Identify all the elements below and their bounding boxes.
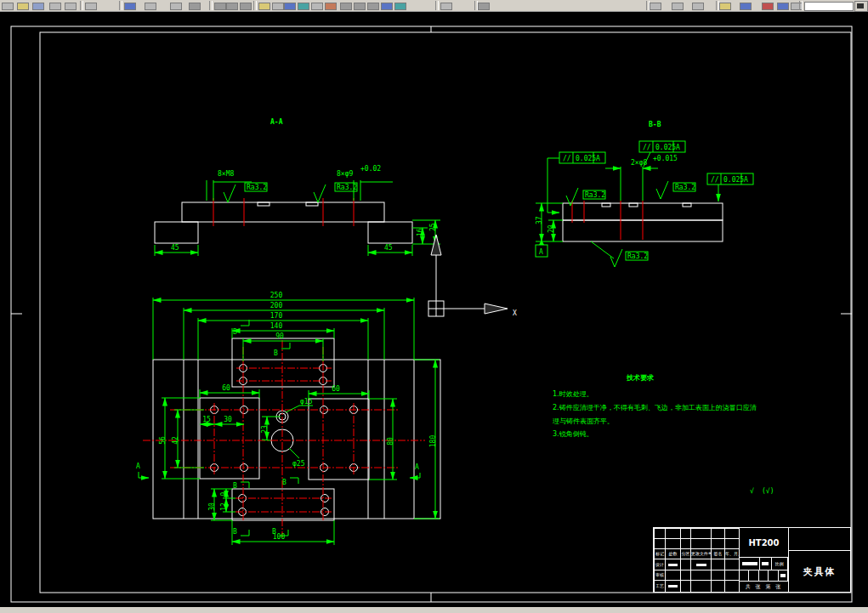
dim-left-boss-width: 60: [222, 384, 230, 392]
tech-req-line: 理与铸件表面齐平。: [553, 417, 614, 425]
roughness-icon: [610, 249, 622, 267]
roughness-label: Ra3.2: [627, 253, 648, 260]
dim-drilled-holes: 8×φ9: [337, 170, 353, 178]
print-preview-icon[interactable]: [65, 3, 77, 10]
tb-header-count: 处数: [666, 549, 681, 559]
dim-depth-base: 20: [547, 224, 555, 233]
dim-flange-left: 45: [171, 244, 179, 252]
roughness-label: Ra3.2: [247, 184, 267, 191]
slot-notch: [258, 202, 269, 206]
toolbars-icon[interactable]: [672, 3, 684, 10]
dim-tapped-holes: 8×M8: [218, 170, 234, 178]
dim-drilled-tol: +0.02: [360, 165, 381, 173]
roughness-icon: [224, 184, 235, 202]
section-mark-b: B: [272, 528, 276, 536]
app-button[interactable]: [854, 1, 868, 12]
options-icon[interactable]: [692, 3, 704, 10]
dim-42: 42: [172, 436, 179, 445]
roughness-summary: √ (√): [750, 487, 774, 495]
datum-label: A: [539, 248, 543, 256]
paste-icon[interactable]: [170, 3, 182, 10]
tech-req-title: 技术要求: [626, 374, 654, 382]
redo-icon[interactable]: [226, 3, 238, 10]
ucs-x-label: X: [513, 309, 517, 317]
svg-text:A: A: [596, 155, 600, 162]
distance-icon[interactable]: [340, 3, 352, 10]
match-properties-icon[interactable]: [189, 3, 201, 10]
drawing-canvas[interactable]: A-A 8×M8 8×φ9 +0.02 Ra3.2 Ra3.2: [0, 0, 868, 613]
layers-icon[interactable]: [298, 3, 309, 10]
roughness-icon: [656, 181, 668, 199]
zoom-previous-icon[interactable]: [284, 3, 296, 10]
spelling-icon[interactable]: [85, 3, 97, 10]
lineweight-control-icon[interactable]: [762, 3, 774, 10]
dim-170: 170: [270, 312, 283, 320]
print-icon[interactable]: [49, 3, 61, 10]
named-views-icon[interactable]: [440, 3, 452, 10]
locate-point-icon[interactable]: [394, 3, 406, 10]
svg-text:A: A: [744, 176, 748, 184]
tb-row-design: 设计: [655, 559, 666, 570]
dim-dia15: φ15: [300, 398, 313, 406]
section-mark-b: B: [282, 479, 286, 486]
text-style-icon[interactable]: [777, 3, 789, 10]
section-mark-a: A: [415, 463, 419, 471]
status-bar-sliver: [0, 607, 868, 613]
toolbar-separator: [799, 1, 803, 10]
list-icon[interactable]: [381, 3, 393, 10]
toolbar: [0, 0, 868, 12]
qnew-icon[interactable]: [2, 3, 14, 10]
copy-icon[interactable]: [145, 3, 156, 10]
scale-value: [780, 574, 786, 577]
view-title: A-A: [270, 118, 283, 126]
signature: [668, 564, 678, 566]
area-icon[interactable]: [354, 3, 366, 10]
cut-icon[interactable]: [124, 3, 136, 10]
properties-icon[interactable]: [325, 3, 337, 10]
section-view-bb[interactable]: B-B // 0.025 A // 0.025 A: [536, 121, 753, 267]
dim-12: 12: [220, 502, 228, 511]
svg-text://: //: [711, 176, 719, 184]
slot-notch: [306, 202, 318, 206]
svg-text://: //: [563, 155, 571, 162]
linetype-control-icon[interactable]: [740, 3, 752, 10]
part-name: 夹具体: [789, 551, 850, 592]
mass-properties-icon[interactable]: [367, 3, 379, 10]
orbit-icon[interactable]: [478, 3, 490, 10]
roughness-icon: [314, 184, 326, 202]
section-view-aa[interactable]: A-A 8×M8 8×φ9 +0.02 Ra3.2 Ra3.2: [155, 118, 440, 256]
save-icon[interactable]: [32, 3, 44, 10]
app-button-icon: [857, 3, 864, 9]
dim-80: 80: [387, 437, 394, 446]
tech-req-line: 2.铸件应清理干净，不得有毛刺、飞边，非加工表面上的浇冒口应清: [553, 404, 757, 412]
toolbar-separator: [435, 1, 439, 10]
stage-mark: [742, 562, 757, 565]
dim-9: 9: [220, 491, 228, 496]
pan-icon[interactable]: [240, 3, 252, 10]
check-mark: √: [750, 487, 754, 495]
toolbar-separator: [474, 1, 478, 10]
dim-180: 180: [429, 435, 437, 448]
tb-header-docno: 更改文件号: [691, 549, 712, 559]
zoom-window-icon[interactable]: [272, 3, 284, 10]
svg-text:0.025: 0.025: [655, 144, 676, 151]
zoom-realtime-icon[interactable]: [258, 3, 270, 10]
render-icon[interactable]: [650, 3, 661, 10]
toolbar-separator: [716, 1, 719, 10]
plan-view[interactable]: 250 200 170 140 90 60 15 30 56 42 60 80: [136, 292, 440, 545]
layer-properties-icon[interactable]: [311, 3, 323, 10]
sheet-count-label: 共 张 第 张: [740, 582, 788, 592]
color-control-icon[interactable]: [719, 3, 731, 10]
undo-icon[interactable]: [214, 3, 226, 10]
dim-overall-width: 250: [270, 292, 283, 299]
dim-pin-holes: 2×φ8: [631, 159, 647, 167]
layer-combo-box[interactable]: [804, 2, 854, 11]
dim-depth-total: 37: [536, 216, 543, 224]
title-block: 标记 处数 分区 更改文件号 签名 年、月、日 设计 审核 工艺: [653, 527, 851, 593]
dim-90: 90: [275, 332, 284, 340]
signature: [668, 585, 678, 587]
open-icon[interactable]: [17, 3, 29, 10]
roughness-label: Ra3.2: [337, 184, 357, 191]
signature: [696, 564, 706, 566]
dim-30: 30: [224, 416, 232, 423]
